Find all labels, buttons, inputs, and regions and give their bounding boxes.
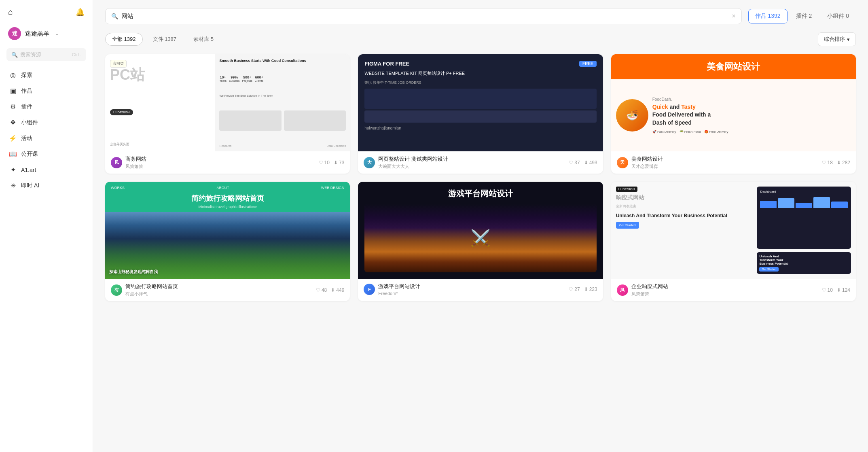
sidebar-item-ai[interactable]: ✳ 即时 AI bbox=[3, 178, 89, 193]
card-responsive[interactable]: UI DESIGN 响应式网站 全新 终极选案 Unleash And Tran… bbox=[611, 182, 856, 301]
card-travel-stats: ♡ 48 ⬇ 449 bbox=[316, 287, 344, 293]
filter-tabs: 全部 1392 文件 1387 素材库 5 bbox=[105, 33, 220, 46]
sidebar-user[interactable]: 迷 迷途羔羊 ⌄ bbox=[0, 24, 93, 47]
tab-components[interactable]: 小组件 0 bbox=[820, 9, 856, 23]
sort-chevron-icon: ▾ bbox=[847, 36, 850, 42]
card-business-likes: ♡ 10 bbox=[319, 160, 330, 166]
main-content: 🔍 × 作品 1392 插件 2 小组件 0 全部 1392 文件 1387 素… bbox=[93, 0, 868, 452]
card-figma-footer: 大 网页整站设计 测试类网站设计 大碗面大大大人 ♡ 37 ⬇ 493 bbox=[358, 151, 603, 174]
sidebar-item-opencourse-label: 公开课 bbox=[21, 151, 38, 158]
bell-icon[interactable]: 🔔 bbox=[76, 8, 85, 17]
search-box[interactable]: 🔍 × bbox=[105, 8, 742, 24]
card-game-footer: F 游戏平台网站设计 Freedom* ♡ 27 ⬇ 223 bbox=[358, 279, 603, 300]
card-responsive-likes: ♡ 10 bbox=[822, 287, 833, 293]
sort-button[interactable]: 综合排序 ▾ bbox=[818, 32, 856, 46]
sidebar-top: ⌂ 🔔 bbox=[0, 0, 93, 24]
results-grid: 官网类 PC站 UI DESIGN 众部落买头面 Smooth Business… bbox=[105, 54, 856, 301]
tab-works[interactable]: 作品 1392 bbox=[748, 9, 788, 23]
heart-icon: ♡ bbox=[822, 287, 826, 293]
download-icon: ⬇ bbox=[331, 287, 335, 293]
sidebar-item-works[interactable]: ▣ 作品 bbox=[3, 83, 89, 98]
filter-all[interactable]: 全部 1392 bbox=[105, 33, 143, 46]
opencourse-icon: 📖 bbox=[9, 150, 17, 158]
card4-main-title: 简约旅行攻略网站首页 bbox=[105, 194, 350, 203]
card2-placeholders: haiwanzhajiangmian bbox=[364, 89, 596, 145]
search-icon: 🔍 bbox=[111, 13, 118, 19]
card-business-stats: ♡ 10 ⬇ 73 bbox=[319, 160, 345, 166]
search-input[interactable] bbox=[121, 13, 728, 20]
search-bar-row: 🔍 × 作品 1392 插件 2 小组件 0 bbox=[105, 8, 856, 24]
card1-sub: 众部落买头面 bbox=[110, 142, 210, 146]
card-responsive-info: 企业响应式网站 凤箫箫箫 bbox=[631, 283, 819, 297]
card-food[interactable]: 美食网站设计 🍜 FoodDash. Quick and TastyFood D… bbox=[611, 54, 856, 174]
heart-icon: ♡ bbox=[569, 286, 573, 292]
card-responsive-avatar: 凤 bbox=[617, 284, 628, 296]
sidebar-item-explore[interactable]: ◎ 探索 bbox=[3, 68, 89, 83]
card6-big-text: 响应式网站 bbox=[616, 194, 755, 202]
card1-bottom: We Provide The Best Solution In The Town bbox=[219, 94, 346, 97]
card-game-author: Freedom* bbox=[378, 291, 565, 296]
sort-label: 综合排序 bbox=[824, 36, 845, 43]
sidebar-item-explore-label: 探索 bbox=[21, 72, 32, 79]
card1-heading: Smooth Business Starts With Good Consult… bbox=[219, 58, 346, 64]
home-icon[interactable]: ⌂ bbox=[8, 7, 13, 17]
sidebar-item-activities[interactable]: ⚡ 活动 bbox=[3, 131, 89, 146]
card6-right: Dashboard Unleash AndTransform YourBusin… bbox=[757, 187, 851, 274]
sidebar: ⌂ 🔔 迷 迷途羔羊 ⌄ 🔍 搜索资源 Ctrl . ◎ 探索 ▣ 作品 ⚙ 插… bbox=[0, 0, 93, 452]
a1art-icon: ✦ bbox=[9, 166, 17, 174]
tab-plugins[interactable]: 插件 2 bbox=[789, 9, 819, 23]
card6-left: UI DESIGN 响应式网站 全新 终极选案 Unleash And Tran… bbox=[616, 187, 755, 274]
card-figma-title: 网页整站设计 测试类网站设计 bbox=[378, 155, 565, 163]
sidebar-item-plugins-label: 插件 bbox=[21, 103, 32, 110]
card2-badge: FREE bbox=[579, 61, 597, 67]
card-business-image: 官网类 PC站 UI DESIGN 众部落买头面 Smooth Business… bbox=[105, 54, 350, 151]
components-icon: ❖ bbox=[9, 119, 17, 126]
card5-scene: ⚔️ bbox=[364, 204, 596, 272]
card-figma-stats: ♡ 37 ⬇ 493 bbox=[569, 160, 597, 166]
download-icon: ⬇ bbox=[837, 287, 841, 293]
card-game-info: 游戏平台网站设计 Freedom* bbox=[378, 283, 565, 296]
sidebar-item-components[interactable]: ❖ 小组件 bbox=[3, 115, 89, 130]
card-responsive-author: 凤箫箫箫 bbox=[631, 291, 819, 297]
card-food-image: 美食网站设计 🍜 FoodDash. Quick and TastyFood D… bbox=[611, 54, 856, 151]
heart-icon: ♡ bbox=[822, 160, 826, 166]
sidebar-item-a1art[interactable]: ✦ A1.art bbox=[3, 162, 89, 177]
card2-figma-bar: FIGMA FOR FREE FREE bbox=[364, 61, 596, 67]
card-figma-avatar: 大 bbox=[364, 157, 375, 168]
card-food-downloads: ⬇ 282 bbox=[837, 160, 850, 166]
filter-library[interactable]: 素材库 5 bbox=[186, 33, 220, 46]
sidebar-nav: ◎ 探索 ▣ 作品 ⚙ 插件 ❖ 小组件 ⚡ 活动 📖 公开课 ✦ A1.art… bbox=[0, 68, 93, 193]
card-game-image: 游戏平台网站设计 ⚔️ bbox=[358, 182, 603, 279]
card-travel[interactable]: WORKSABOUTWEB DESIGN 简约旅行攻略网站首页 Minimali… bbox=[105, 182, 350, 301]
card-figma[interactable]: FIGMA FOR FREE FREE WEBSITE TEMPLATE KIT… bbox=[358, 54, 603, 174]
sidebar-item-plugins[interactable]: ⚙ 插件 bbox=[3, 99, 89, 114]
card-figma-image: FIGMA FOR FREE FREE WEBSITE TEMPLATE KIT… bbox=[358, 54, 603, 151]
card-food-info: 美食网站设计 天才恋爱博弈 bbox=[631, 155, 819, 170]
card-business-title: 商务网站 bbox=[125, 155, 315, 163]
search-clear-icon[interactable]: × bbox=[732, 13, 735, 20]
card-travel-downloads: ⬇ 449 bbox=[331, 287, 344, 293]
download-icon: ⬇ bbox=[584, 160, 588, 166]
sidebar-item-a1art-label: A1.art bbox=[21, 167, 36, 173]
card-food-title: 美食网站设计 bbox=[631, 155, 819, 163]
sidebar-search[interactable]: 🔍 搜索资源 Ctrl . bbox=[6, 48, 86, 61]
sidebar-search-placeholder: 搜索资源 bbox=[20, 51, 70, 58]
card-responsive-footer: 凤 企业响应式网站 凤箫箫箫 ♡ 10 ⬇ 124 bbox=[611, 279, 856, 301]
card-business[interactable]: 官网类 PC站 UI DESIGN 众部落买头面 Smooth Business… bbox=[105, 54, 350, 174]
explore-icon: ◎ bbox=[9, 71, 17, 79]
card-travel-author: 有点小洋气 bbox=[125, 291, 313, 297]
card6-cta-button[interactable]: Get Started bbox=[616, 222, 639, 229]
filter-files[interactable]: 文件 1387 bbox=[146, 33, 184, 46]
card6-headline: Unleash And Transform Your Business Pote… bbox=[616, 212, 755, 219]
card-business-info: 商务网站 凤箫箫箫 bbox=[125, 155, 315, 170]
download-icon: ⬇ bbox=[837, 160, 841, 166]
card6-dashboard: Dashboard bbox=[757, 187, 851, 249]
username: 迷途羔羊 bbox=[25, 30, 49, 38]
card-game[interactable]: 游戏平台网站设计 ⚔️ F 游戏平台网站设计 Freedom* ♡ 27 bbox=[358, 182, 603, 301]
filter-bar: 全部 1392 文件 1387 素材库 5 综合排序 ▾ bbox=[105, 32, 856, 46]
plugins-icon: ⚙ bbox=[9, 103, 17, 110]
sidebar-item-opencourse[interactable]: 📖 公开课 bbox=[3, 146, 89, 161]
card3-food-icon: 🍜 bbox=[616, 99, 648, 132]
search-tabs: 作品 1392 插件 2 小组件 0 bbox=[748, 9, 856, 23]
card-travel-likes: ♡ 48 bbox=[316, 287, 327, 293]
